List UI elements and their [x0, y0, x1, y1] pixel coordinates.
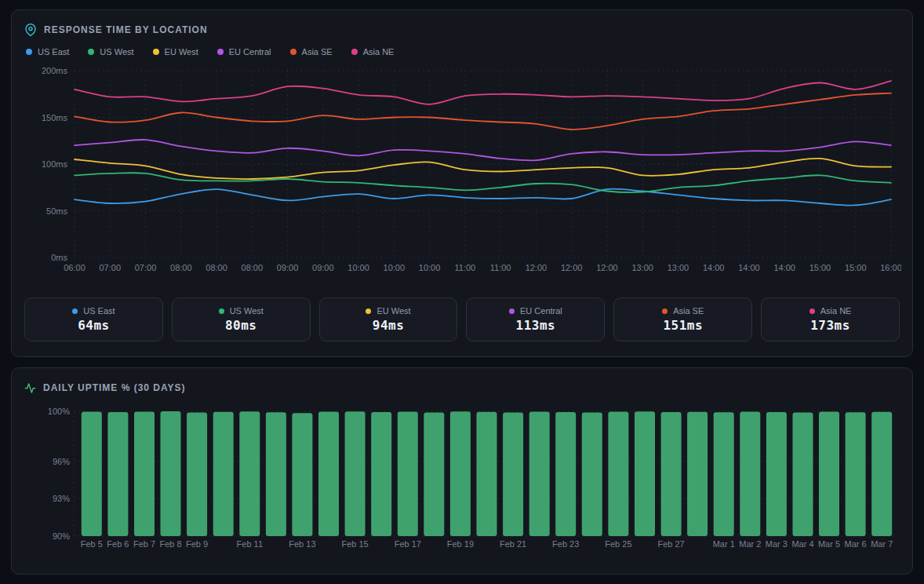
chart-legend: US EastUS WestEU WestEU CentralAsia SEAs…	[26, 46, 900, 57]
series-line-asia-se	[75, 93, 891, 130]
series-dot	[809, 308, 815, 314]
y-axis-label: 200ms	[42, 66, 68, 75]
x-axis-label: Mar 1	[713, 539, 735, 549]
legend-item-eu-west[interactable]: EU West	[153, 47, 198, 57]
legend-dot	[88, 49, 94, 55]
x-axis-label: Mar 3	[766, 539, 788, 549]
uptime-bar-feb-28	[687, 412, 708, 536]
legend-label: EU West	[165, 47, 198, 57]
stat-card-asia-ne: Asia NE173ms	[761, 297, 900, 341]
x-axis-label: Feb 13	[289, 539, 315, 549]
x-axis-label: 15:00	[845, 263, 867, 272]
stat-card-header: EU West	[366, 306, 410, 316]
uptime-bar-feb-8	[161, 411, 181, 536]
stat-card-label: EU Central	[520, 306, 562, 316]
uptime-bar-feb-13	[292, 413, 312, 536]
uptime-bar-feb-27	[661, 412, 682, 536]
legend-label: Asia SE	[302, 47, 333, 57]
stat-cards-row: US East64msUS West80msEU West94msEU Cent…	[24, 297, 900, 341]
legend-dot	[290, 49, 296, 55]
stat-card-us-west: US West80ms	[172, 297, 311, 341]
x-axis-label: 10:00	[347, 263, 369, 272]
stat-card-label: Asia SE	[673, 306, 704, 316]
x-axis-label: 11:00	[455, 263, 476, 272]
x-axis-label: 12:00	[561, 263, 583, 272]
uptime-bar-feb-22	[529, 412, 550, 537]
stat-card-header: US West	[219, 306, 264, 316]
uptime-bar-feb-23	[555, 412, 576, 536]
uptime-bar-feb-19	[450, 411, 471, 536]
x-axis-label: 08:00	[170, 263, 192, 272]
legend-item-asia-ne[interactable]: Asia NE	[351, 47, 395, 57]
x-axis-label: 15:00	[809, 263, 831, 272]
uptime-bar-feb-18	[424, 413, 444, 536]
x-axis-label: 07:00	[135, 263, 157, 272]
x-axis-label: Mar 5	[818, 539, 840, 549]
legend-item-asia-se[interactable]: Asia SE	[290, 47, 333, 57]
uptime-bar-feb-15	[345, 411, 366, 536]
stat-card-value: 173ms	[810, 318, 850, 333]
x-axis-label: 13:00	[631, 263, 653, 272]
legend-dot	[217, 49, 224, 55]
stat-card-eu-west: EU West94ms	[319, 297, 458, 341]
x-axis-label: 10:00	[419, 263, 441, 272]
x-axis-label: Feb 21	[500, 539, 526, 549]
x-axis-label: 10:00	[384, 263, 406, 272]
uptime-bar-feb-24	[582, 413, 602, 536]
response-time-chart: 0ms50ms100ms150ms200ms06:0007:0007:0008:…	[24, 60, 901, 274]
uptime-bar-feb-16	[371, 412, 391, 536]
x-axis-label: 12:00	[526, 263, 547, 272]
legend-item-us-west[interactable]: US West	[88, 47, 133, 57]
response-time-panel: RESPONSE TIME BY LOCATION US EastUS West…	[11, 9, 913, 357]
x-axis-label: Mar 4	[791, 539, 813, 549]
series-dot	[662, 308, 668, 314]
uptime-bar-feb-9	[187, 413, 207, 536]
series-dot	[72, 308, 78, 314]
y-axis-label: 90%	[53, 531, 70, 541]
x-axis-label: 11:00	[490, 263, 511, 272]
legend-label: US West	[100, 47, 133, 57]
daily-uptime-chart: 100%96%93%90%Feb 5Feb 6Feb 7Feb 8Feb 9Fe…	[24, 401, 901, 552]
stat-card-eu-central: EU Central113ms	[466, 297, 605, 341]
stat-card-value: 113ms	[516, 318, 556, 333]
x-axis-label: 08:00	[242, 263, 264, 272]
panel-title: DAILY UPTIME % (30 DAYS)	[43, 382, 186, 393]
uptime-bar-mar-3	[766, 412, 787, 536]
legend-item-eu-central[interactable]: EU Central	[217, 47, 271, 57]
stat-card-header: Asia NE	[809, 306, 852, 316]
uptime-bar-feb-17	[398, 412, 418, 536]
y-axis-label: 100ms	[42, 159, 68, 169]
uptime-bar-feb-26	[635, 411, 655, 536]
x-axis-label: 09:00	[277, 263, 299, 272]
x-axis-label: Feb 6	[107, 539, 129, 549]
x-axis-label: 07:00	[99, 263, 121, 272]
stat-card-value: 151ms	[663, 318, 703, 333]
x-axis-label: Feb 27	[657, 539, 684, 549]
x-axis-label: 08:00	[206, 263, 227, 272]
stat-card-value: 80ms	[225, 318, 257, 333]
y-axis-label: 96%	[53, 457, 70, 466]
legend-dot	[26, 49, 32, 55]
uptime-bar-feb-7	[134, 412, 155, 536]
map-pin-icon	[24, 24, 37, 36]
uptime-bar-feb-11	[239, 411, 260, 536]
x-axis-label: Feb 7	[133, 539, 155, 549]
uptime-bar-feb-6	[107, 412, 128, 536]
stat-card-label: Asia NE	[820, 306, 852, 316]
series-line-eu-central	[75, 140, 891, 161]
legend-item-us-east[interactable]: US East	[26, 47, 69, 57]
x-axis-label: Feb 9	[186, 539, 208, 549]
uptime-bar-mar-2	[740, 412, 760, 537]
panel-title: RESPONSE TIME BY LOCATION	[44, 24, 208, 35]
y-axis-label: 50ms	[46, 206, 67, 216]
stat-card-asia-se: Asia SE151ms	[613, 297, 752, 341]
x-axis-label: Feb 23	[552, 539, 579, 549]
y-axis-label: 150ms	[42, 113, 68, 122]
uptime-bar-mar-7	[871, 412, 892, 536]
x-axis-label: 13:00	[668, 263, 689, 272]
x-axis-label: Feb 17	[395, 539, 421, 549]
series-line-asia-ne	[75, 81, 891, 104]
daily-uptime-panel: DAILY UPTIME % (30 DAYS) 100%96%93%90%Fe…	[11, 367, 913, 575]
uptime-bar-feb-25	[608, 412, 628, 536]
legend-label: Asia NE	[363, 47, 395, 57]
